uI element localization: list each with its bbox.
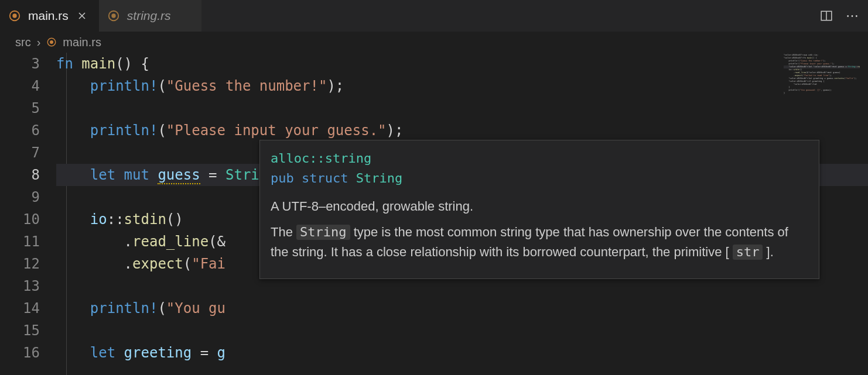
line-number: 11 xyxy=(0,230,40,253)
hover-tooltip: alloc::string pub struct String A UTF-8–… xyxy=(259,140,819,279)
line-number: 15 xyxy=(0,319,40,342)
line-number: 9 xyxy=(0,186,40,208)
tab-string-rs[interactable]: string.rs × xyxy=(99,0,201,32)
hover-description: A UTF-8–encoded, growable string. The St… xyxy=(271,197,808,262)
code-line[interactable]: println!("Guess the number!"); xyxy=(56,75,868,97)
rust-icon xyxy=(8,9,21,22)
hover-module: alloc::string xyxy=(271,149,808,168)
code-line[interactable]: fn main() { xyxy=(56,53,868,75)
line-number: 13 xyxy=(0,275,40,297)
line-number: 7 xyxy=(0,142,40,164)
line-number: 5 xyxy=(0,97,40,119)
line-number-gutter: 345678910111213141516 xyxy=(0,53,56,375)
rust-icon xyxy=(46,37,57,47)
svg-point-1 xyxy=(12,13,16,18)
breadcrumb[interactable]: src › main.rs xyxy=(0,32,868,53)
close-icon[interactable] xyxy=(76,9,88,22)
code-line[interactable] xyxy=(56,97,868,119)
line-number: 4 xyxy=(0,75,40,97)
line-number: 16 xyxy=(0,342,40,364)
more-icon[interactable]: ⋯ xyxy=(845,8,860,23)
tab-actions: ⋯ xyxy=(819,0,868,32)
tab-bar: main.rs string.rs × ⋯ xyxy=(0,0,868,32)
line-number: 3 xyxy=(0,53,40,75)
code-line[interactable]: let greeting = g xyxy=(56,342,868,364)
rust-icon xyxy=(107,9,120,22)
hover-signature: pub struct String xyxy=(271,168,808,188)
line-number: 12 xyxy=(0,253,40,275)
line-number: 14 xyxy=(0,297,40,319)
line-number: 6 xyxy=(0,119,40,142)
code-line[interactable]: println!("Please input your guess."); xyxy=(56,119,868,142)
code-line[interactable]: println!("You gu xyxy=(56,297,868,319)
tab-label: string.rs xyxy=(127,9,171,23)
line-number: 8 xyxy=(0,164,40,186)
svg-point-5 xyxy=(111,13,115,18)
tab-main-rs[interactable]: main.rs xyxy=(0,0,99,32)
chevron-right-icon: › xyxy=(37,36,41,49)
breadcrumb-folder: src xyxy=(15,36,31,49)
code-line[interactable] xyxy=(56,319,868,342)
svg-point-9 xyxy=(50,40,53,44)
line-number: 10 xyxy=(0,208,40,230)
tab-label: main.rs xyxy=(28,9,69,23)
split-editor-icon[interactable] xyxy=(819,8,834,23)
breadcrumb-file: main.rs xyxy=(63,36,101,49)
